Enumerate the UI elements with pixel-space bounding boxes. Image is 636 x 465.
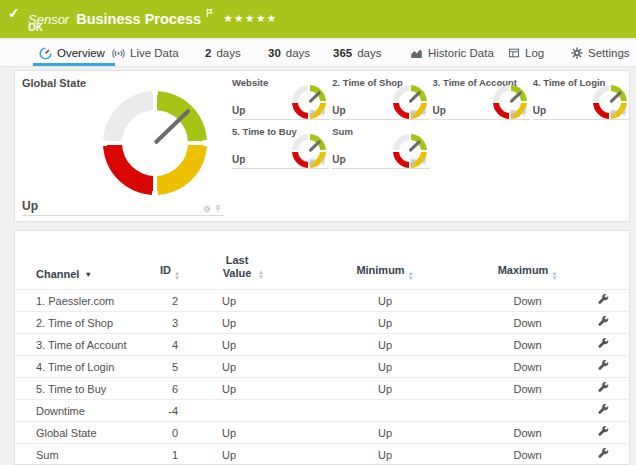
col-header-channel[interactable]: Channel▼ (36, 268, 160, 280)
channel-name: 2. Time of Shop (36, 317, 160, 329)
table-row-global-state[interactable]: Global State 0 Up Up Down (15, 421, 629, 443)
page-title: Business Process (76, 11, 201, 27)
channel-id: 3 (160, 317, 178, 329)
pin-icon[interactable] (319, 109, 327, 117)
wrench-icon[interactable] (598, 382, 609, 393)
gauge-cell-3-time-of-account: 3. Time of Account Up (433, 73, 530, 120)
channel-last-value: Up (178, 449, 305, 461)
wrench-icon[interactable] (598, 448, 609, 459)
wrench-icon[interactable] (598, 404, 609, 415)
tab-2-days[interactable]: 2 days (205, 40, 241, 66)
gauge-cell-sum: Sum Up (332, 122, 429, 169)
channel-id: 1 (160, 449, 178, 461)
channel-minimum: Up (305, 295, 465, 307)
channel-name: Downtime (36, 405, 160, 417)
pin-icon[interactable] (319, 158, 327, 166)
channel-maximum: Down (465, 339, 590, 351)
channel-minimum: Up (305, 317, 465, 329)
channel-name: 4. Time of Login (36, 361, 160, 373)
channel-minimum: Up (305, 449, 465, 461)
wrench-icon[interactable] (598, 426, 609, 437)
gear-icon[interactable] (409, 158, 417, 166)
tab-live-data[interactable]: Live Data (112, 40, 179, 66)
gauge-cell-website: Website Up (232, 73, 329, 120)
gauge-cell-4-time-of-login: 4. Time of Login Up (533, 73, 630, 120)
overview-gauges-panel: Global State Up Website Up 2. Time of Sh… (14, 70, 630, 222)
gear-icon[interactable] (409, 109, 417, 117)
gauge-value: Up (332, 154, 345, 165)
log-icon (508, 47, 520, 59)
wrench-icon[interactable] (598, 338, 609, 349)
channel-maximum: Down (465, 317, 590, 329)
gauge-cell-2-time-of-shop: 2. Time of Shop Up (332, 73, 429, 120)
channel-minimum: Up (305, 339, 465, 351)
channel-minimum: Up (305, 427, 465, 439)
pin-icon[interactable] (214, 205, 222, 213)
gauge-value: Up (433, 105, 446, 116)
pin-icon[interactable] (620, 109, 628, 117)
table-row-2-time-of-shop[interactable]: 2. Time of Shop 3 Up Up Down (15, 311, 629, 333)
wrench-icon[interactable] (598, 360, 609, 371)
table-row-downtime[interactable]: Downtime -4 (15, 399, 629, 421)
channel-id: -4 (160, 405, 178, 417)
gear-icon[interactable] (308, 158, 316, 166)
table-row-4-time-of-login[interactable]: 4. Time of Login 5 Up Up Down (15, 355, 629, 377)
gauge-value: Up (533, 105, 546, 116)
channel-last-value: Up (178, 317, 305, 329)
table-row-3-time-of-account[interactable]: 3. Time of Account 4 Up Up Down (15, 333, 629, 355)
global-state-gauge (103, 91, 207, 195)
table-row-1-paessler-com[interactable]: 1. Paessler.com 2 Up Up Down (15, 289, 629, 311)
channel-table-body: 1. Paessler.com 2 Up Up Down 2. Time of … (15, 289, 629, 465)
wrench-icon[interactable] (598, 294, 609, 305)
pin-icon[interactable] (420, 158, 428, 166)
wrench-icon[interactable] (598, 316, 609, 327)
priority-stars[interactable]: ★★★★★ (223, 12, 278, 24)
col-header-id[interactable]: ID▲▼ (160, 264, 178, 280)
live-data-icon (112, 47, 125, 60)
gear-icon[interactable] (203, 205, 211, 213)
channel-id: 2 (160, 295, 178, 307)
channel-last-value: Up (178, 427, 305, 439)
gear-icon[interactable] (609, 109, 617, 117)
sensor-header: ✓ SensorBusiness Process★★★★★ OK (0, 0, 636, 38)
sensor-title-line: SensorBusiness Process★★★★★ (28, 4, 278, 28)
global-state-value-row: Up (22, 197, 224, 216)
channel-maximum: Down (465, 383, 590, 395)
gauge-value: Up (232, 105, 245, 116)
channel-table-panel: Channel▼ ID▲▼ Last Value▲▼ Minimum▲▼ Max… (14, 230, 630, 465)
channel-last-value: Up (178, 383, 305, 395)
historic-data-icon (410, 47, 423, 60)
table-row-5-time-to-buy[interactable]: 5. Time to Buy 6 Up Up Down (15, 377, 629, 399)
tab-log[interactable]: Log (508, 40, 544, 66)
tab-settings[interactable]: Settings (571, 40, 630, 66)
prtg-sensor-page: ✓ SensorBusiness Process★★★★★ OK Overvie… (0, 0, 636, 465)
tab-365-days[interactable]: 365 days (333, 40, 381, 66)
flag-icon[interactable] (205, 4, 214, 22)
gauge-value: Up (232, 154, 245, 165)
col-header-minimum[interactable]: Minimum▲▼ (305, 264, 465, 280)
gauge-value: Up (332, 105, 345, 116)
sort-icon: ▲▼ (408, 271, 414, 280)
channel-last-value: Up (178, 339, 305, 351)
channel-name: 3. Time of Account (36, 339, 160, 351)
table-row-sum[interactable]: Sum 1 Up Up Down (15, 443, 629, 465)
pin-icon[interactable] (520, 109, 528, 117)
tab-historic-data[interactable]: Historic Data (410, 40, 494, 66)
small-gauge-grid: Website Up 2. Time of Shop Up 3. Time of… (232, 73, 630, 169)
tab-30-days[interactable]: 30 days (268, 40, 310, 66)
gauge-icon (39, 47, 52, 60)
pin-icon[interactable] (420, 109, 428, 117)
gear-icon[interactable] (509, 109, 517, 117)
col-header-maximum[interactable]: Maximum▲▼ (465, 264, 590, 280)
status-badge: OK (28, 22, 43, 33)
channel-id: 6 (160, 383, 178, 395)
channel-minimum: Up (305, 361, 465, 373)
tab-bar: Overview Live Data 2 days 30 days 365 da… (0, 40, 636, 67)
col-header-last-value[interactable]: Last Value▲▼ (178, 254, 305, 280)
channel-maximum: Down (465, 295, 590, 307)
channel-maximum: Down (465, 449, 590, 461)
channel-id: 4 (160, 339, 178, 351)
channel-maximum: Down (465, 427, 590, 439)
tab-overview[interactable]: Overview (39, 40, 105, 66)
gear-icon[interactable] (308, 109, 316, 117)
